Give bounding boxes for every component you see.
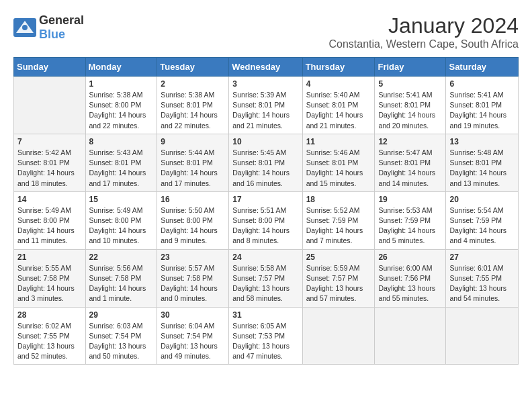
header-sunday: Sunday: [14, 58, 86, 77]
calendar-cell: [14, 77, 86, 134]
calendar-cell: 3Sunrise: 5:39 AM Sunset: 8:01 PM Daylig…: [229, 77, 302, 134]
week-row-2: 14Sunrise: 5:49 AM Sunset: 8:00 PM Dayli…: [14, 191, 519, 249]
day-number: 17: [232, 195, 298, 204]
calendar-cell: 25Sunrise: 5:59 AM Sunset: 7:57 PM Dayli…: [302, 249, 375, 307]
day-info: Sunrise: 5:39 AM Sunset: 8:01 PM Dayligh…: [232, 90, 298, 131]
day-number: 27: [449, 253, 515, 262]
day-number: 18: [306, 195, 371, 204]
day-number: 3: [232, 79, 298, 89]
day-info: Sunrise: 5:38 AM Sunset: 8:01 PM Dayligh…: [161, 90, 225, 131]
day-info: Sunrise: 5:38 AM Sunset: 8:00 PM Dayligh…: [89, 90, 154, 131]
day-number: 1: [89, 79, 154, 89]
day-number: 7: [17, 137, 82, 146]
day-info: Sunrise: 5:49 AM Sunset: 8:00 PM Dayligh…: [17, 205, 82, 246]
day-info: Sunrise: 5:55 AM Sunset: 7:58 PM Dayligh…: [17, 263, 82, 304]
calendar-cell: 18Sunrise: 5:52 AM Sunset: 7:59 PM Dayli…: [302, 191, 375, 249]
day-number: 6: [449, 79, 515, 89]
calendar-cell: 7Sunrise: 5:42 AM Sunset: 8:01 PM Daylig…: [14, 134, 86, 191]
day-info: Sunrise: 6:01 AM Sunset: 7:55 PM Dayligh…: [449, 263, 515, 304]
week-row-3: 21Sunrise: 5:55 AM Sunset: 7:58 PM Dayli…: [14, 249, 519, 307]
day-number: 29: [89, 310, 154, 320]
day-info: Sunrise: 5:46 AM Sunset: 8:01 PM Dayligh…: [306, 148, 371, 189]
day-info: Sunrise: 5:59 AM Sunset: 7:57 PM Dayligh…: [306, 263, 371, 304]
day-number: 25: [306, 253, 371, 262]
calendar-cell: [375, 307, 446, 365]
day-number: 21: [17, 253, 82, 262]
day-number: 5: [378, 79, 442, 89]
calendar-cell: 17Sunrise: 5:51 AM Sunset: 8:00 PM Dayli…: [229, 191, 302, 249]
day-info: Sunrise: 5:41 AM Sunset: 8:01 PM Dayligh…: [449, 90, 515, 131]
header-row: SundayMondayTuesdayWednesdayThursdayFrid…: [14, 58, 519, 77]
day-number: 24: [232, 253, 298, 262]
calendar-cell: [446, 307, 519, 365]
logo-text: General Blue: [39, 13, 84, 42]
day-info: Sunrise: 5:54 AM Sunset: 7:59 PM Dayligh…: [449, 205, 515, 246]
calendar-cell: 31Sunrise: 6:05 AM Sunset: 7:53 PM Dayli…: [229, 307, 302, 365]
header-monday: Monday: [85, 58, 157, 77]
calendar-body: 1Sunrise: 5:38 AM Sunset: 8:00 PM Daylig…: [14, 77, 519, 365]
calendar-cell: 10Sunrise: 5:45 AM Sunset: 8:01 PM Dayli…: [229, 134, 302, 191]
calendar-cell: 11Sunrise: 5:46 AM Sunset: 8:01 PM Dayli…: [302, 134, 375, 191]
header-saturday: Saturday: [446, 58, 519, 77]
logo-icon: [13, 18, 36, 37]
month-title: January 2024: [328, 13, 519, 38]
calendar-cell: 30Sunrise: 6:04 AM Sunset: 7:54 PM Dayli…: [157, 307, 229, 365]
calendar-cell: 22Sunrise: 5:56 AM Sunset: 7:58 PM Dayli…: [85, 249, 157, 307]
day-number: 13: [449, 137, 515, 146]
calendar-cell: 12Sunrise: 5:47 AM Sunset: 8:01 PM Dayli…: [375, 134, 446, 191]
day-info: Sunrise: 6:00 AM Sunset: 7:56 PM Dayligh…: [378, 263, 442, 304]
calendar-cell: 19Sunrise: 5:53 AM Sunset: 7:59 PM Dayli…: [375, 191, 446, 249]
page-header: General Blue January 2024 Constantia, We…: [13, 13, 519, 50]
day-info: Sunrise: 5:51 AM Sunset: 8:00 PM Dayligh…: [232, 205, 298, 246]
day-number: 11: [306, 137, 371, 146]
calendar-cell: 16Sunrise: 5:50 AM Sunset: 8:00 PM Dayli…: [157, 191, 229, 249]
day-info: Sunrise: 5:48 AM Sunset: 8:01 PM Dayligh…: [449, 148, 515, 189]
logo-general: General: [39, 13, 84, 27]
week-row-0: 1Sunrise: 5:38 AM Sunset: 8:00 PM Daylig…: [14, 77, 519, 134]
day-number: 28: [17, 310, 82, 320]
calendar-cell: 27Sunrise: 6:01 AM Sunset: 7:55 PM Dayli…: [446, 249, 519, 307]
day-number: 23: [161, 253, 225, 262]
day-number: 30: [161, 310, 225, 320]
calendar-cell: 1Sunrise: 5:38 AM Sunset: 8:00 PM Daylig…: [85, 77, 157, 134]
calendar-table: SundayMondayTuesdayWednesdayThursdayFrid…: [13, 57, 519, 365]
day-number: 15: [89, 195, 154, 204]
calendar-cell: 26Sunrise: 6:00 AM Sunset: 7:56 PM Dayli…: [375, 249, 446, 307]
day-number: 19: [378, 195, 442, 204]
day-number: 20: [449, 195, 515, 204]
calendar-cell: 24Sunrise: 5:58 AM Sunset: 7:57 PM Dayli…: [229, 249, 302, 307]
calendar-cell: 13Sunrise: 5:48 AM Sunset: 8:01 PM Dayli…: [446, 134, 519, 191]
calendar-cell: 8Sunrise: 5:43 AM Sunset: 8:01 PM Daylig…: [85, 134, 157, 191]
day-number: 9: [161, 137, 225, 146]
calendar-header: SundayMondayTuesdayWednesdayThursdayFrid…: [14, 58, 519, 77]
header-tuesday: Tuesday: [157, 58, 229, 77]
day-info: Sunrise: 5:56 AM Sunset: 7:58 PM Dayligh…: [89, 263, 154, 304]
calendar-cell: 2Sunrise: 5:38 AM Sunset: 8:01 PM Daylig…: [157, 77, 229, 134]
day-info: Sunrise: 6:03 AM Sunset: 7:54 PM Dayligh…: [89, 321, 154, 362]
calendar-cell: 5Sunrise: 5:41 AM Sunset: 8:01 PM Daylig…: [375, 77, 446, 134]
day-info: Sunrise: 5:49 AM Sunset: 8:00 PM Dayligh…: [89, 205, 154, 246]
subtitle: Constantia, Western Cape, South Africa: [328, 38, 519, 50]
calendar-cell: 4Sunrise: 5:40 AM Sunset: 8:01 PM Daylig…: [302, 77, 375, 134]
calendar-cell: 14Sunrise: 5:49 AM Sunset: 8:00 PM Dayli…: [14, 191, 86, 249]
day-info: Sunrise: 5:47 AM Sunset: 8:01 PM Dayligh…: [378, 148, 442, 189]
day-info: Sunrise: 6:04 AM Sunset: 7:54 PM Dayligh…: [161, 321, 225, 362]
header-friday: Friday: [375, 58, 446, 77]
calendar-cell: 9Sunrise: 5:44 AM Sunset: 8:01 PM Daylig…: [157, 134, 229, 191]
day-info: Sunrise: 5:53 AM Sunset: 7:59 PM Dayligh…: [378, 205, 442, 246]
calendar-cell: 6Sunrise: 5:41 AM Sunset: 8:01 PM Daylig…: [446, 77, 519, 134]
logo-blue: Blue: [39, 28, 65, 41]
logo: General Blue: [13, 13, 84, 42]
day-number: 12: [378, 137, 442, 146]
day-number: 14: [17, 195, 82, 204]
day-number: 16: [161, 195, 225, 204]
day-number: 10: [232, 137, 298, 146]
calendar-cell: 21Sunrise: 5:55 AM Sunset: 7:58 PM Dayli…: [14, 249, 86, 307]
header-thursday: Thursday: [302, 58, 375, 77]
day-info: Sunrise: 5:42 AM Sunset: 8:01 PM Dayligh…: [17, 148, 82, 189]
svg-point-2: [22, 25, 28, 30]
calendar-cell: 23Sunrise: 5:57 AM Sunset: 7:58 PM Dayli…: [157, 249, 229, 307]
calendar-cell: [302, 307, 375, 365]
day-info: Sunrise: 5:52 AM Sunset: 7:59 PM Dayligh…: [306, 205, 371, 246]
day-number: 31: [232, 310, 298, 320]
